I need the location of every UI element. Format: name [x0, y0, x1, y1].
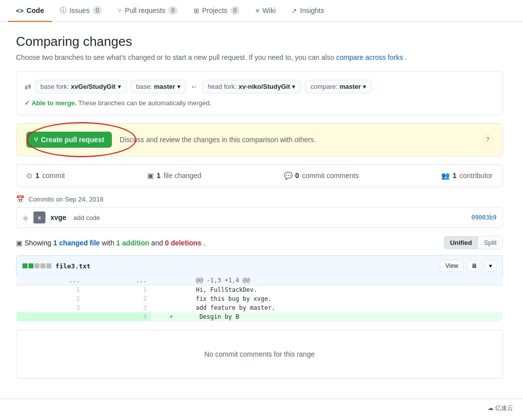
- tab-insights-label: Insights: [300, 6, 324, 14]
- merge-status-description: These branches can be automatically merg…: [78, 99, 212, 107]
- compare-branch-select[interactable]: compare: master ▾: [305, 80, 372, 93]
- head-fork-value: xv-niko/StudyGit: [239, 83, 290, 90]
- no-comments-text: No commit comments for this range: [205, 350, 315, 358]
- stat-files: ▣ 1 file changed: [147, 172, 201, 180]
- diff-sq-added-1: [22, 263, 27, 268]
- commits-date-header: 📅 Commits on Sep 24, 2018: [16, 195, 503, 203]
- base-fork-label: base fork:: [40, 83, 69, 90]
- file-actions: View 🖥 ▾: [440, 260, 497, 272]
- commit-sha[interactable]: 09003b9: [471, 214, 497, 221]
- base-branch-select[interactable]: base: master ▾: [131, 80, 186, 93]
- commit-avatar: x: [33, 211, 45, 223]
- projects-icon: ⊞: [194, 7, 199, 14]
- head-fork-select[interactable]: head fork: xv-niko/StudyGit ▾: [202, 80, 301, 93]
- head-fork-chevron: ▾: [292, 83, 295, 90]
- issues-badge: 0: [93, 6, 102, 15]
- view-toggle: Unified Split: [444, 236, 503, 249]
- file-icon: ▣: [16, 239, 22, 247]
- stat-commits: ⊙ 1 commit: [26, 172, 65, 180]
- stats-row: ⊙ 1 commit ▣ 1 file changed 💬 0 commit c…: [16, 164, 503, 187]
- subtitle-end: .: [405, 53, 407, 61]
- contributors-count: 1: [453, 172, 457, 180]
- tab-code-label: Code: [26, 6, 44, 14]
- showing-text: Showing: [24, 239, 51, 247]
- tab-insights[interactable]: ↗ Insights: [283, 0, 332, 22]
- tab-wiki[interactable]: ≡ Wiki: [248, 0, 283, 22]
- commit-dot-icon: ◈: [22, 213, 28, 222]
- compare-branch-chevron: ▾: [363, 83, 366, 90]
- expand-button[interactable]: ▾: [485, 260, 497, 272]
- with-text: with: [102, 239, 114, 247]
- stat-comments: 💬 0 commit comments: [284, 172, 359, 180]
- stat-contributors: 👥 1 contributor: [441, 172, 493, 180]
- commits-label: commit: [42, 172, 65, 180]
- diff-sq-neutral-3: [46, 263, 51, 268]
- compare-box: ⇄ base fork: xvGe/StudyGit ▾ base: maste…: [16, 71, 503, 115]
- table-row: 3 3 add feature by master.: [16, 303, 503, 312]
- diff-plus-icon: +: [151, 312, 192, 322]
- view-file-button[interactable]: View: [440, 260, 464, 272]
- pull-requests-icon: ⑂: [118, 7, 122, 14]
- create-pr-section: ⑂ Create pull request Discuss and review…: [16, 123, 503, 156]
- footer: ☁ 亿速云: [0, 399, 523, 418]
- old-line-num-1: 1: [16, 285, 84, 295]
- base-branch-label: base:: [136, 83, 152, 90]
- table-row: 4 + Desgin by B: [16, 312, 503, 322]
- compare-branch-value: master: [339, 83, 361, 90]
- main-content: Comparing changes Choose two branches to…: [0, 22, 519, 399]
- new-line-num-3: 3: [84, 303, 151, 312]
- brand-name: 亿速云: [495, 405, 513, 412]
- tab-issues[interactable]: ⓘ Issues 0: [52, 0, 110, 22]
- tab-bar: <> Code ⓘ Issues 0 ⑂ Pull requests 0 ⊞ P…: [0, 0, 523, 22]
- diff-content-2: fix this bug by xvge.: [192, 294, 503, 303]
- create-pull-request-button[interactable]: ⑂ Create pull request: [26, 132, 112, 148]
- new-line-num-2: 2: [84, 294, 151, 303]
- files-header: ▣ Showing 1 changed file with 1 addition…: [16, 236, 503, 249]
- files-label: file changed: [164, 172, 202, 180]
- old-line-num-3: 3: [16, 303, 84, 312]
- file-diff-header: file3.txt View 🖥 ▾: [16, 255, 503, 276]
- diff-content-4: Desgin by B: [192, 312, 503, 322]
- page-subtitle: Choose two branches to see what's change…: [16, 53, 503, 61]
- new-line-num-1: 1: [84, 285, 151, 295]
- head-fork-label: head fork:: [208, 83, 237, 90]
- calendar-icon: 📅: [16, 195, 24, 203]
- commits-icon: ⊙: [26, 172, 32, 180]
- page-title: Comparing changes: [16, 34, 503, 49]
- split-view-button[interactable]: Split: [478, 236, 503, 249]
- diff-sq-added-2: [28, 263, 33, 268]
- changed-files-link[interactable]: 1 changed file: [53, 239, 100, 247]
- comments-label: commit comments: [302, 172, 359, 180]
- display-icon-button[interactable]: 🖥: [467, 260, 482, 272]
- deletions-count: 0 deletions: [165, 239, 201, 247]
- merge-status-text: ✓ Able to merge.: [24, 99, 76, 107]
- files-icon: ▣: [147, 172, 154, 180]
- insights-icon: ↗: [291, 7, 297, 14]
- diff-meta-left-1: ...: [16, 276, 84, 285]
- tab-projects-label: Projects: [202, 6, 228, 14]
- tab-pull-requests[interactable]: ⑂ Pull requests 0: [110, 0, 186, 22]
- wiki-icon: ≡: [256, 7, 260, 14]
- commits-count: 1: [35, 172, 39, 180]
- compare-row: ⇄ base fork: xvGe/StudyGit ▾ base: maste…: [24, 80, 495, 93]
- tab-code[interactable]: <> Code: [8, 0, 52, 22]
- table-row: 1 1 Hi, FullStackDev.: [16, 285, 503, 295]
- comments-icon: 💬: [284, 172, 292, 180]
- new-line-num-4: 4: [84, 312, 151, 322]
- pr-icon: ⑂: [34, 136, 38, 144]
- unified-view-button[interactable]: Unified: [444, 236, 478, 249]
- base-branch-value: master: [154, 83, 175, 90]
- and-text: and: [151, 239, 163, 247]
- base-fork-select[interactable]: base fork: xvGe/StudyGit ▾: [35, 80, 127, 93]
- help-icon[interactable]: ?: [483, 135, 493, 145]
- code-icon: <>: [16, 7, 23, 14]
- commit-message: add code: [73, 214, 100, 221]
- tab-issues-label: Issues: [69, 6, 89, 14]
- tab-projects[interactable]: ⊞ Projects 0: [186, 0, 248, 22]
- issues-icon: ⓘ: [60, 6, 66, 15]
- diff-content-3: add feature by master.: [192, 303, 503, 312]
- commits-section: 📅 Commits on Sep 24, 2018 ◈ x xvge add c…: [16, 195, 503, 228]
- diff-meta-left-2: ...: [84, 276, 151, 285]
- compare-forks-link[interactable]: compare across forks: [336, 53, 403, 61]
- commit-author[interactable]: xvge: [50, 213, 66, 221]
